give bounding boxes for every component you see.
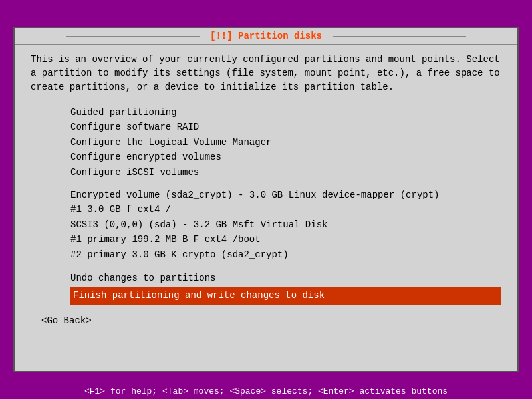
action-items: Undo changes to partitions Finish partit… bbox=[31, 270, 501, 305]
menu-item-lvm[interactable]: Configure the Logical Volume Manager bbox=[70, 135, 501, 150]
status-bar: <F1> for help; <Tab> moves; <Space> sele… bbox=[0, 384, 532, 399]
undo-changes-item[interactable]: Undo changes to partitions bbox=[70, 270, 501, 287]
encrypted-volume-line[interactable]: Encrypted volume (sda2_crypt) - 3.0 GB L… bbox=[31, 188, 501, 202]
description-text: This is an overview of your currently co… bbox=[31, 53, 501, 94]
finish-partitioning-item[interactable]: Finish partitioning and write changes to… bbox=[70, 287, 501, 305]
scsi3-line[interactable]: SCSI3 (0,0,0) (sda) - 3.2 GB Msft Virtua… bbox=[31, 217, 501, 232]
menu-item-guided[interactable]: Guided partitioning bbox=[70, 105, 501, 120]
window-title: [!!] Partition disks bbox=[15, 28, 517, 45]
scsi3-p2-line[interactable]: #2 primary 3.0 GB K crypto (sda2_crypt) bbox=[31, 247, 501, 262]
title-text: [!!] Partition disks bbox=[210, 31, 322, 41]
menu-item-raid[interactable]: Configure software RAID bbox=[70, 120, 501, 134]
menu-item-iscsi[interactable]: Configure iSCSI volumes bbox=[70, 165, 501, 180]
partition-1-line[interactable]: #1 3.0 GB f ext4 / bbox=[31, 202, 501, 217]
menu-item-encrypted[interactable]: Configure encrypted volumes bbox=[70, 150, 501, 164]
scsi3-p1-line[interactable]: #1 primary 199.2 MB B F ext4 /boot bbox=[31, 232, 501, 247]
menu-list: Guided partitioning Configure software R… bbox=[31, 105, 501, 180]
partition-info: Encrypted volume (sda2_crypt) - 3.0 GB L… bbox=[31, 188, 501, 262]
go-back-button[interactable]: <Go Back> bbox=[31, 315, 501, 326]
selected-action: Finish partitioning and write changes to… bbox=[70, 287, 501, 305]
